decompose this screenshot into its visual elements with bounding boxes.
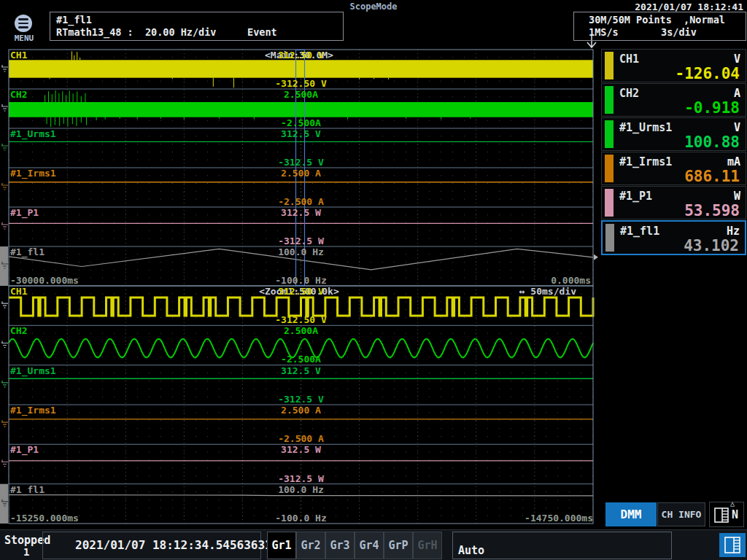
channel-name: #1_P1 (10, 208, 39, 217)
scale-top: 312.5 W (252, 445, 350, 454)
measure-row-fl1[interactable]: #1_fl1 Hz 43.102 (601, 220, 746, 255)
trigger-timestamp-box: 2021/01/07 18:12:34.54563631 (42, 532, 261, 559)
channel-name: #1_fl1 (10, 247, 44, 257)
scale-bottom: -2.500 A (252, 434, 350, 443)
channel-name: CH1 (10, 287, 27, 296)
measure-value: -0.918 (684, 99, 740, 117)
menu-button[interactable]: MENU (9, 15, 39, 42)
tab-gr2[interactable]: Gr2 (296, 532, 325, 559)
channel-name: CH2 (10, 326, 27, 335)
measure-value: -126.04 (675, 65, 740, 82)
channel-name: #1_Urms1 (10, 129, 56, 139)
scale-top: 100.0 Hz (252, 485, 350, 494)
measure-value: 43.102 (684, 237, 739, 254)
measure-label: #1_Irms1 (619, 155, 672, 168)
scale-bottom: -2.500A (252, 118, 350, 128)
tab-grp[interactable]: GrP (384, 532, 413, 559)
measure-value: 686.11 (684, 168, 740, 185)
n-label: N (732, 508, 738, 521)
ch-info-button[interactable]: CH INFO (657, 502, 705, 526)
scope-screen: ScopeMode 2021/01/07 18:12:41 MENU #1_fl… (0, 0, 747, 560)
measure-unit: V (734, 52, 740, 66)
acquisition-count: 1 (23, 546, 29, 558)
event-label: Event (247, 26, 277, 38)
tab-grh[interactable]: GrH (413, 532, 442, 559)
channel-color-bar (605, 52, 614, 79)
measure-row-urms1[interactable]: #1_Urms1 V 100.88 (601, 117, 746, 151)
channel-name: #1_Irms1 (10, 405, 56, 415)
channel-name: #1_fl1 (10, 485, 44, 494)
trace-scale: RTmath13_48 : 20.00 Hz/div (56, 26, 216, 38)
measure-label: CH1 (619, 52, 639, 66)
zoom-right-time: -14750.000ms (525, 513, 593, 523)
measure-unit: W (734, 190, 740, 203)
scale-top: 2.500A (252, 90, 350, 99)
scale-bottom: -312.50 V (252, 79, 350, 88)
scale-top: 2.500A (252, 326, 350, 335)
tab-gr4[interactable]: Gr4 (355, 532, 384, 559)
measure-row-ch2[interactable]: CH2 A -0.918 (601, 83, 746, 117)
record-length: 30M/50M Points ,Normal (589, 14, 725, 26)
zoom-left-time: -15250.000ms (10, 513, 79, 523)
channel-name: #1_Irms1 (10, 168, 56, 178)
channel-name: CH1 (10, 50, 27, 60)
measure-row-ch1[interactable]: CH1 V -126.04 (601, 49, 746, 82)
scale-top: 2.500 A (252, 405, 350, 415)
side-panel-toggle-button[interactable] (719, 533, 746, 557)
scale-bottom: -312.5 W (252, 474, 350, 483)
trigger-timestamp: 2021/01/07 18:12:34.54563631 (75, 538, 272, 552)
channel-name: CH2 (10, 90, 27, 99)
trace-name: #1_fl1 (56, 14, 92, 26)
measure-row-p1[interactable]: #1_P1 W 53.598 (601, 186, 746, 219)
scale-top: 312.5 W (252, 208, 350, 217)
up-triangle-icon: △ (730, 499, 735, 508)
scale-bottom: -100.0 Hz (252, 276, 350, 285)
tab-gr1[interactable]: Gr1 (267, 532, 296, 559)
measure-label: CH2 (619, 87, 639, 100)
measure-unit: Hz (727, 225, 740, 238)
scale-bottom: -100.0 Hz (252, 513, 350, 523)
scale-top: 2.500 A (252, 168, 350, 178)
measure-label: #1_Urms1 (619, 121, 672, 134)
sample-rate: 1MS/s (589, 26, 619, 38)
scale-top: 312.50 V (252, 50, 350, 60)
measure-value: 53.598 (684, 202, 740, 219)
channel-color-bar (605, 120, 614, 148)
list-panel-icon (714, 508, 730, 524)
scale-bottom: -312.50 V (252, 315, 350, 324)
scale-top: 100.0 Hz (252, 247, 350, 257)
status-bar: Stopped 1 2021/01/07 18:12:34.54563631 G… (0, 529, 747, 560)
scale-bottom: -2.500 A (252, 197, 350, 206)
timebase: 3s/div (661, 26, 697, 38)
trigger-mode: Auto (458, 544, 484, 557)
acquisition-box[interactable]: 30M/50M Points ,Normal 1MS/s 3s/div (573, 12, 746, 41)
clock: 2021/01/07 18:12:41 (635, 1, 743, 12)
measure-row-irms1[interactable]: #1_Irms1 mA 686.11 (601, 152, 746, 185)
measure-label: #1_P1 (619, 190, 652, 203)
channel-name: #1_Urms1 (10, 366, 56, 376)
scale-bottom: -2.500A (252, 354, 350, 364)
trigger-mode-box[interactable]: Auto (452, 532, 672, 559)
panel-layout-icon (724, 537, 741, 554)
zoom-timebase: ↔ 50ms/div (519, 287, 576, 296)
measure-value: 100.88 (684, 133, 740, 151)
trace-info-box[interactable]: #1_fl1 RTmath13_48 : 20.00 Hz/div Event (50, 12, 344, 41)
scale-top: 312.50 V (252, 287, 350, 296)
channel-color-bar (605, 155, 614, 182)
channel-color-bar (605, 189, 614, 217)
main-left-time: -30000.000ms (10, 276, 79, 285)
measure-unit: A (734, 87, 740, 100)
channel-name: #1_P1 (10, 445, 39, 454)
tab-gr3[interactable]: Gr3 (325, 532, 355, 559)
scale-bottom: -312.5 V (252, 158, 350, 167)
menu-label: MENU (9, 34, 39, 43)
main-right-time: 0.000ms (551, 276, 591, 285)
dmm-button[interactable]: DMM (605, 502, 657, 526)
measure-unit: mA (727, 155, 740, 168)
scale-top: 312.5 V (252, 366, 350, 376)
scale-top: 312.5 V (252, 129, 350, 139)
numeric-panel-button[interactable]: N △ (709, 502, 744, 527)
menu-icon (15, 15, 32, 32)
scale-bottom: -312.5 V (252, 394, 350, 404)
channel-color-bar (605, 224, 614, 252)
